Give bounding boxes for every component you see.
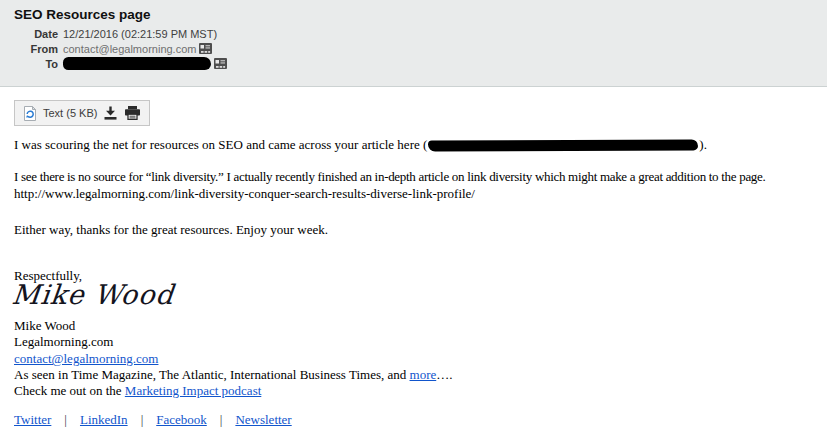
footer-link-facebook[interactable]: Facebook [156,412,207,427]
paragraph-thanks: Either way, thanks for the great resourc… [14,221,328,238]
email-meta: Date 12/21/2016 (02:21:59 PM MST) From c… [14,26,227,71]
separator: | [64,412,67,427]
email-subject: SEO Resources page [14,7,151,22]
paragraph-intro: I was scouring the net for resources on … [14,136,707,153]
paragraph-pitch-text: I see there is no source for “link diver… [14,169,765,184]
email-link[interactable]: contact@legalmorning.com [14,351,158,366]
meta-row-date: Date 12/21/2016 (02:21:59 PM MST) [14,26,227,41]
signature-podcast-row: Check me out on the Marketing Impact pod… [14,382,261,399]
email-header: SEO Resources page Date 12/21/2016 (02:2… [0,0,827,87]
redacted-url [428,139,698,151]
separator: | [220,412,223,427]
signature-email-row: contact@legalmorning.com [14,350,158,367]
meta-value-date: 12/21/2016 (02:21:59 PM MST) [63,28,217,40]
footer-link-newsletter[interactable]: Newsletter [235,412,291,427]
text-file-icon [23,106,37,121]
footer-link-twitter[interactable]: Twitter [14,412,51,427]
meta-value-from: contact@legalmorning.com [63,43,196,55]
separator: | [141,412,144,427]
download-icon[interactable] [103,106,118,120]
as-seen-text: As seen in Time Magazine, The Atlantic, … [14,367,410,382]
meta-row-to: To [14,56,227,71]
contact-card-icon[interactable] [214,57,227,70]
signature-company: Legalmorning.com [14,333,113,350]
footer-links: Twitter|LinkedIn|Facebook|Newsletter [14,411,292,428]
podcast-text: Check me out on the [14,383,125,398]
print-icon[interactable] [124,106,141,120]
meta-label-date: Date [14,28,58,40]
as-seen-dots: …. [436,367,452,382]
meta-row-from: From contact@legalmorning.com [14,41,227,56]
contact-card-icon[interactable] [199,42,212,55]
more-link[interactable]: more [410,367,437,382]
podcast-link[interactable]: Marketing Impact podcast [125,383,261,398]
paragraph-intro-close: ). [699,137,707,152]
signature-script: Mike Wood [10,279,175,310]
signature-name: Mike Wood [14,317,75,334]
paragraph-intro-text: I was scouring the net for resources on … [14,137,427,152]
paragraph-pitch: I see there is no source for “link diver… [14,168,765,202]
attachment-bar: Text (5 KB) [14,100,150,126]
meta-label-to: To [14,58,58,70]
redacted-recipient [63,57,211,70]
footer-link-linkedin[interactable]: LinkedIn [80,412,128,427]
meta-label-from: From [14,43,58,55]
article-url-text: http://www.legalmorning.com/link-diversi… [14,186,475,201]
email-view: SEO Resources page Date 12/21/2016 (02:2… [0,0,827,444]
attachment-label[interactable]: Text (5 KB) [43,107,97,119]
signature-as-seen-row: As seen in Time Magazine, The Atlantic, … [14,366,452,383]
